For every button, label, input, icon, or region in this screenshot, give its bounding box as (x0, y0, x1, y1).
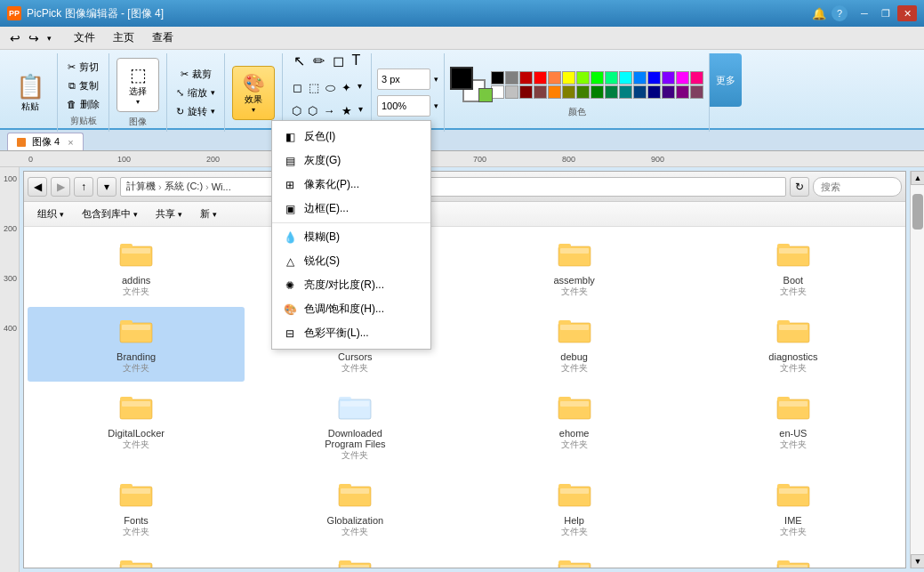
stroke-dropdown[interactable]: ▾ (434, 75, 438, 84)
color-swatch[interactable] (619, 85, 632, 99)
search-input[interactable] (813, 177, 902, 197)
help-icon[interactable]: ? (832, 5, 848, 21)
color-swatch[interactable] (633, 85, 647, 99)
color-swatch[interactable] (591, 85, 604, 99)
color-swatch[interactable] (491, 71, 504, 85)
menu-home[interactable]: 主页 (104, 28, 143, 48)
effects-menu-item[interactable]: ✺亮度/对比度(R)... (272, 273, 430, 297)
zoom-dropdown[interactable]: ▾ (434, 101, 438, 110)
file-item[interactable]: Fonts文件夹 (28, 471, 245, 545)
color-swatch[interactable] (562, 71, 575, 85)
color-swatch[interactable] (647, 71, 661, 85)
select-button[interactable]: ⬚ 选择 ▾ (117, 58, 159, 112)
color-swatch[interactable] (690, 71, 703, 85)
delete-button[interactable]: 🗑删除 (63, 96, 103, 113)
file-item[interactable]: Downloaded Program Files文件夹 (246, 383, 463, 469)
file-item[interactable]: Globalization文件夹 (246, 471, 463, 545)
file-item[interactable]: DigitalLocker文件夹 (28, 383, 245, 469)
color-swatch[interactable] (576, 85, 590, 99)
color-swatch[interactable] (519, 71, 533, 85)
scroll-down-button[interactable]: ▼ (911, 554, 924, 568)
eraser-tool[interactable]: ◻ (330, 50, 347, 72)
file-item[interactable]: L2Schemas文件夹 (246, 547, 463, 568)
fg-color-swatch[interactable] (450, 67, 473, 90)
pointer-tool[interactable]: ↖ (291, 50, 308, 72)
file-item[interactable]: Branding文件夹 (28, 307, 245, 382)
file-item[interactable]: LiveKernelReports文件夹 (466, 547, 683, 568)
recent-locations-button[interactable]: ▾ (97, 177, 117, 197)
arrow-tool[interactable]: → (322, 102, 337, 119)
effects-menu-item[interactable]: ⊟色彩平衡(L)... (272, 321, 430, 345)
pencil-tool[interactable]: ✏ (310, 50, 327, 72)
color-swatch[interactable] (548, 85, 561, 99)
file-item[interactable]: IME文件夹 (685, 471, 902, 545)
text-tool[interactable]: T (350, 50, 364, 72)
close-button[interactable]: ✕ (897, 5, 917, 21)
color-swatch[interactable] (690, 85, 703, 99)
file-item[interactable]: ehome文件夹 (466, 383, 683, 469)
color-swatch[interactable] (662, 71, 675, 85)
color-swatch[interactable] (548, 71, 561, 85)
effects-menu-item[interactable]: ▤灰度(G) (272, 149, 430, 173)
effects-button[interactable]: 🎨 效果 ▾ (232, 66, 275, 120)
image-tab[interactable]: 图像 4 × (7, 133, 84, 150)
color-swatch[interactable] (534, 85, 547, 99)
rotate-button[interactable]: ↻旋转 ▾ (173, 103, 219, 120)
file-item[interactable]: en-US文件夹 (685, 383, 902, 469)
shape-tool-2[interactable]: ⬚ (307, 79, 321, 97)
bell-icon[interactable]: 🔔 (812, 7, 826, 20)
color-swatch[interactable] (647, 85, 661, 99)
menu-view[interactable]: 查看 (143, 28, 182, 48)
file-item[interactable]: inf文件夹 (28, 547, 245, 568)
file-item[interactable]: Help文件夹 (466, 471, 683, 545)
forward-button[interactable]: ▶ (51, 177, 70, 197)
color-swatch[interactable] (491, 85, 504, 99)
back-button[interactable]: ◀ (28, 177, 47, 197)
organize-button[interactable]: 组织 ▾ (29, 204, 72, 224)
line-tool[interactable]: ⬡ (306, 102, 319, 119)
paint-tool[interactable]: ⬡ (290, 102, 303, 119)
effects-menu-item[interactable]: ⊞像素化(P)... (272, 173, 430, 197)
file-item[interactable]: addins文件夹 (28, 230, 245, 305)
shape-tool-1[interactable]: ◻ (291, 79, 304, 97)
color-swatch[interactable] (534, 71, 547, 85)
tools-more[interactable]: ▾ (357, 102, 365, 119)
cut-button[interactable]: ✂剪切 (64, 59, 102, 76)
shape-tool-3[interactable]: ⬭ (324, 79, 337, 97)
scroll-up-button[interactable]: ▲ (911, 171, 924, 185)
color-swatch[interactable] (633, 71, 647, 85)
color-swatch[interactable] (605, 85, 618, 99)
refresh-button[interactable]: ↻ (790, 177, 809, 197)
color-swatch[interactable] (676, 71, 689, 85)
color-swatch[interactable] (605, 71, 618, 85)
file-item[interactable]: assembly文件夹 (466, 230, 683, 305)
file-item[interactable]: diagnostics文件夹 (685, 307, 902, 382)
shape-tool-4[interactable]: ✦ (340, 79, 353, 97)
copy-button[interactable]: ⧉复制 (65, 77, 102, 94)
file-item[interactable]: Logs文件夹 (685, 547, 902, 568)
color-swatch[interactable] (505, 85, 518, 99)
color-swatch[interactable] (591, 71, 604, 85)
restore-button[interactable]: ❐ (876, 5, 896, 21)
shape-more[interactable]: ▾ (356, 79, 364, 97)
up-button[interactable]: ↑ (74, 177, 93, 197)
menu-file[interactable]: 文件 (65, 28, 104, 48)
color-swatch[interactable] (519, 85, 533, 99)
color-swatch[interactable] (676, 85, 689, 99)
file-item[interactable]: debug文件夹 (466, 307, 683, 382)
paste-button[interactable]: 📋 粘贴 (11, 69, 50, 117)
crop-button[interactable]: ✂裁剪 (177, 66, 215, 83)
star-tool[interactable]: ★ (340, 102, 354, 119)
more-button[interactable]: 更多 (710, 53, 742, 107)
file-item[interactable]: Boot文件夹 (685, 230, 902, 305)
quick-access-dropdown[interactable]: ▾ (44, 33, 54, 44)
tab-close-button[interactable]: × (68, 137, 73, 148)
color-swatch[interactable] (576, 71, 590, 85)
effects-menu-item[interactable]: 💧模糊(B) (272, 225, 430, 249)
include-in-library-button[interactable]: 包含到库中 ▾ (74, 204, 146, 224)
redo-button[interactable]: ↪ (26, 30, 42, 46)
effects-menu-item[interactable]: 🎨色调/饱和度(H)... (272, 297, 430, 321)
color-swatch[interactable] (619, 71, 632, 85)
undo-button[interactable]: ↩ (7, 30, 23, 46)
scroll-thumb[interactable] (912, 194, 923, 230)
